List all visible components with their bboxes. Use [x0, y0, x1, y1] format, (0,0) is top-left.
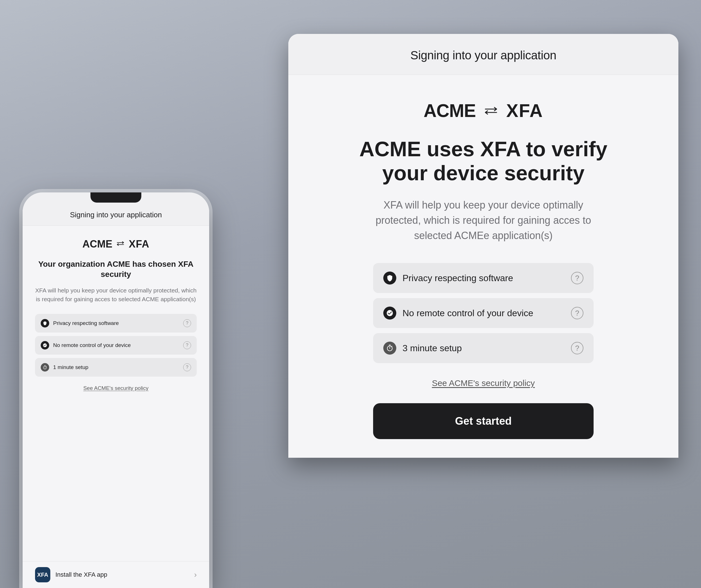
phone-mockup: Signing into your application ACME XFA Y… [23, 193, 209, 588]
phone-header: Signing into your application [23, 203, 209, 226]
phone-content: ACME XFA Your organization ACME has chos… [23, 226, 209, 561]
phone-subtitle: XFA will help you keep your device optim… [35, 286, 197, 304]
desktop-header: Signing into your application [288, 34, 678, 75]
phone-notch [90, 193, 141, 203]
phone-feature-setup-help[interactable]: ? [183, 363, 191, 371]
phone-feature-no-remote-help[interactable]: ? [183, 341, 191, 349]
desktop-feature-privacy-help[interactable]: ? [571, 272, 583, 284]
desktop-feature-setup: 3 minute setup ? [373, 333, 594, 363]
phone-features-list: Privacy respecting software ? No remote … [35, 314, 197, 377]
chevron-right-icon: › [194, 570, 197, 579]
check-circle-icon [383, 307, 396, 320]
phone-feature-privacy-label: Privacy respecting software [53, 320, 119, 326]
phone-feature-setup-label: 1 minute setup [53, 364, 88, 370]
phone-brand-arrow-icon [116, 240, 125, 248]
desktop-feature-privacy-label: Privacy respecting software [403, 273, 513, 283]
phone-shield-icon [41, 319, 49, 327]
timer-icon [383, 342, 396, 355]
desktop-feature-no-remote-label: No remote control of your device [403, 308, 533, 318]
phone-screen: Signing into your application ACME XFA Y… [23, 203, 209, 588]
phone-feature-no-remote: No remote control of your device ? [35, 336, 197, 355]
desktop-feature-setup-help[interactable]: ? [571, 342, 583, 354]
desktop-mockup: Signing into your application ACME XFA A… [288, 34, 678, 458]
desktop-main-title: ACME uses XFA to verify your device secu… [353, 137, 614, 185]
phone-brand-acme: ACME [82, 238, 112, 250]
phone-main-title: Your organization ACME has chosen XFA se… [35, 259, 197, 280]
phone-timer-icon [41, 363, 49, 371]
phone-security-link[interactable]: See ACME's security policy [83, 385, 149, 391]
phone-header-title: Signing into your application [70, 211, 162, 219]
desktop-feature-privacy: Privacy respecting software ? [373, 263, 594, 293]
desktop-feature-no-remote: No remote control of your device ? [373, 298, 594, 328]
desktop-subtitle: XFA will help you keep your device optim… [362, 198, 605, 243]
desktop-feature-no-remote-help[interactable]: ? [571, 307, 583, 319]
desktop-screen: Signing into your application ACME XFA A… [288, 34, 678, 458]
get-started-button[interactable]: Get started [373, 403, 594, 439]
desktop-brand-acme: ACME [424, 100, 476, 121]
desktop-content: ACME XFA ACME uses XFA to verify your de… [288, 75, 678, 458]
phone-feature-privacy: Privacy respecting software ? [35, 314, 197, 333]
shield-icon [383, 272, 396, 285]
desktop-brand-arrow-icon [484, 106, 498, 115]
desktop-brand-row: ACME XFA [424, 100, 543, 121]
desktop-security-link[interactable]: See ACME's security policy [432, 378, 535, 388]
phone-install-label: Install the XFA app [55, 571, 194, 578]
phone-check-circle-icon [41, 341, 49, 349]
desktop-features-list: Privacy respecting software ? No remote … [373, 263, 594, 363]
phone-feature-no-remote-label: No remote control of your device [53, 342, 131, 348]
desktop-header-title: Signing into your application [411, 49, 556, 62]
phone-feature-privacy-help[interactable]: ? [183, 319, 191, 327]
phone-feature-setup: 1 minute setup ? [35, 358, 197, 377]
xfa-logo-icon: XFA [35, 567, 50, 582]
desktop-brand-xfa: XFA [506, 100, 543, 121]
phone-brand-xfa: XFA [129, 238, 149, 250]
desktop-feature-setup-label: 3 minute setup [403, 343, 462, 353]
phone-brand-row: ACME XFA [82, 238, 149, 250]
phone-bottom-section[interactable]: XFA Install the XFA app › [23, 561, 209, 588]
